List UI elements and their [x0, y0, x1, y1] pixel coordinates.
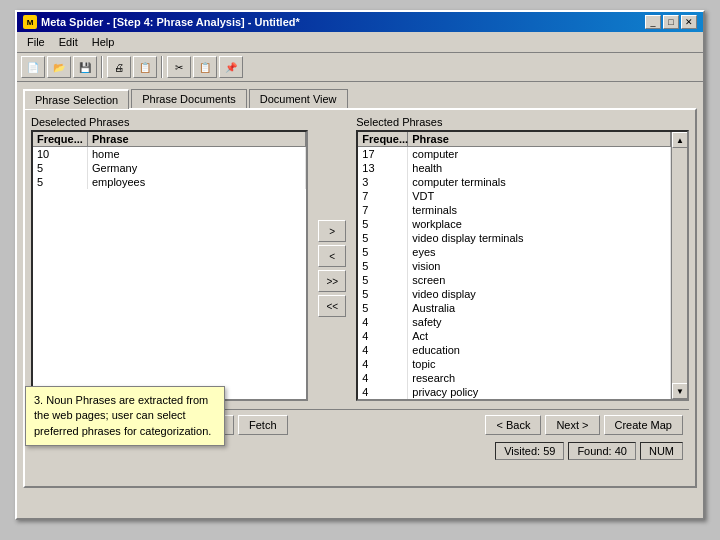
toolbar-sep1 [101, 56, 103, 78]
selected-header: Freque... Phrase [358, 132, 671, 147]
next-button[interactable]: Next > [545, 415, 599, 435]
toolbar: 📄 📂 💾 🖨 📋 ✂ 📋 📌 [17, 53, 703, 82]
cell-phrase: home [88, 147, 306, 161]
maximize-button[interactable]: □ [663, 15, 679, 29]
deselected-body[interactable]: 10 home 5 Germany 5 employees [33, 147, 306, 189]
tab-container: Phrase Selection Phrase Documents Docume… [23, 88, 697, 108]
list-item[interactable]: 5vision [358, 259, 671, 273]
list-item[interactable]: 4research [358, 371, 671, 385]
deselected-col-freq: Freque... [33, 132, 88, 146]
tab-content: Deselected Phrases Freque... Phrase 10 h… [23, 108, 697, 488]
toolbar-copy[interactable]: 📋 [193, 56, 217, 78]
move-left-button[interactable]: < [318, 245, 346, 267]
scrollbar[interactable]: ▲ ▼ [671, 132, 687, 399]
list-item[interactable]: 5workplace [358, 217, 671, 231]
title-bar-text: M Meta Spider - [Step 4: Phrase Analysis… [23, 15, 300, 29]
move-right-button[interactable]: > [318, 220, 346, 242]
cell-freq: 5 [33, 175, 88, 189]
list-item[interactable]: 5video display terminals [358, 231, 671, 245]
toolbar-new[interactable]: 📄 [21, 56, 45, 78]
list-item[interactable]: 7VDT [358, 189, 671, 203]
deselected-list: Freque... Phrase 10 home 5 Germany [31, 130, 308, 401]
menu-bar: File Edit Help [17, 32, 703, 53]
cell-phrase: Germany [88, 161, 306, 175]
tab-document-view[interactable]: Document View [249, 89, 348, 109]
toolbar-print[interactable]: 🖨 [107, 56, 131, 78]
deselected-header: Freque... Phrase [33, 132, 306, 147]
list-item[interactable]: 7terminals [358, 203, 671, 217]
list-item[interactable]: 5video display [358, 287, 671, 301]
deselected-label: Deselected Phrases [31, 116, 308, 128]
menu-edit[interactable]: Edit [53, 34, 84, 50]
toolbar-open[interactable]: 📂 [47, 56, 71, 78]
deselected-panel: Deselected Phrases Freque... Phrase 10 h… [31, 116, 308, 401]
list-item[interactable]: 5Australia [358, 301, 671, 315]
fetch-button[interactable]: Fetch [238, 415, 288, 435]
minimize-button[interactable]: _ [645, 15, 661, 29]
panels-row: Deselected Phrases Freque... Phrase 10 h… [31, 116, 689, 401]
title-controls: _ □ ✕ [645, 15, 697, 29]
selected-body[interactable]: Freque... Phrase 17computer 13health 3co… [358, 132, 671, 399]
list-item[interactable]: 3computer terminals [358, 175, 671, 189]
title-bar: M Meta Spider - [Step 4: Phrase Analysis… [17, 12, 703, 32]
selected-panel: Selected Phrases Freque... Phrase 17comp… [356, 116, 689, 401]
toolbar-paste[interactable]: 📌 [219, 56, 243, 78]
selected-label: Selected Phrases [356, 116, 689, 128]
window-title: Meta Spider - [Step 4: Phrase Analysis] … [41, 16, 300, 28]
toolbar-save[interactable]: 💾 [73, 56, 97, 78]
move-all-right-button[interactable]: >> [318, 270, 346, 292]
close-button[interactable]: ✕ [681, 15, 697, 29]
cell-freq: 10 [33, 147, 88, 161]
tab-phrase-selection[interactable]: Phrase Selection [23, 89, 129, 109]
menu-file[interactable]: File [21, 34, 51, 50]
status-num: NUM [640, 442, 683, 460]
tab-phrase-documents[interactable]: Phrase Documents [131, 89, 247, 109]
list-item[interactable]: 4privacy policy [358, 385, 671, 399]
move-all-left-button[interactable]: << [318, 295, 346, 317]
list-item[interactable]: 13health [358, 161, 671, 175]
main-content: Phrase Selection Phrase Documents Docume… [17, 82, 703, 494]
scroll-up-button[interactable]: ▲ [672, 132, 688, 148]
deselected-col-phrase: Phrase [88, 132, 306, 146]
status-found: Found: 40 [568, 442, 636, 460]
create-map-button[interactable]: Create Map [604, 415, 683, 435]
list-item[interactable]: 5 employees [33, 175, 306, 189]
middle-buttons: > < >> << [314, 136, 350, 401]
main-window: M Meta Spider - [Step 4: Phrase Analysis… [15, 10, 705, 520]
scrollbar-track[interactable] [672, 148, 687, 383]
toolbar-cut[interactable]: ✂ [167, 56, 191, 78]
tooltip-box: 3. Noun Phrases are extracted from the w… [25, 386, 225, 446]
list-item[interactable]: 4education [358, 343, 671, 357]
scroll-down-button[interactable]: ▼ [672, 383, 688, 399]
cell-freq: 5 [33, 161, 88, 175]
cell-phrase: employees [88, 175, 306, 189]
selected-col-freq: Freque... [358, 132, 408, 146]
list-item[interactable]: 17computer [358, 147, 671, 161]
app-icon: M [23, 15, 37, 29]
list-item[interactable]: 5eyes [358, 245, 671, 259]
list-item[interactable]: 4safety [358, 315, 671, 329]
list-item[interactable]: 5 Germany [33, 161, 306, 175]
selected-list: Freque... Phrase 17computer 13health 3co… [356, 130, 689, 401]
selected-col-phrase: Phrase [408, 132, 671, 146]
list-item[interactable]: 10 home [33, 147, 306, 161]
back-button[interactable]: < Back [485, 415, 541, 435]
menu-help[interactable]: Help [86, 34, 121, 50]
tooltip-text: 3. Noun Phrases are extracted from the w… [34, 394, 211, 437]
list-item[interactable]: 4Act [358, 329, 671, 343]
status-visited: Visited: 59 [495, 442, 564, 460]
list-item[interactable]: 5screen [358, 273, 671, 287]
toolbar-sep2 [161, 56, 163, 78]
list-item[interactable]: 4topic [358, 357, 671, 371]
toolbar-print2[interactable]: 📋 [133, 56, 157, 78]
